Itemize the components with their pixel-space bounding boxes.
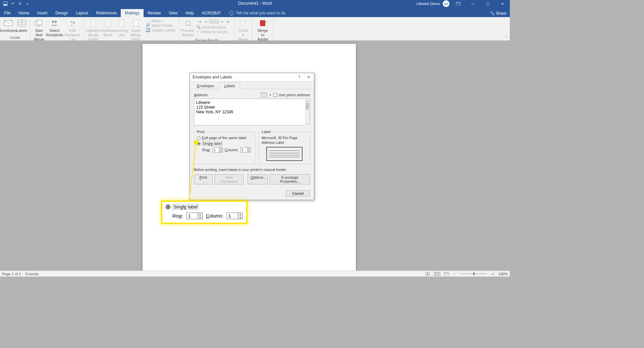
- ribbon: Envelopes Labels Create Start Mail Merge…: [0, 17, 510, 41]
- zoom-in-button[interactable]: +: [490, 272, 495, 276]
- update-labels-button: 🔄Update Labels: [146, 28, 175, 32]
- svg-rect-2: [456, 2, 461, 5]
- svg-rect-26: [428, 272, 430, 276]
- read-mode-button[interactable]: [424, 272, 432, 276]
- radio-icon: [197, 136, 201, 140]
- minimize-button[interactable]: —: [467, 0, 479, 7]
- hl-col-val: 1: [227, 213, 238, 219]
- epostage-button[interactable]: E-postage Properties...: [270, 174, 310, 184]
- row-value[interactable]: 1: [213, 148, 219, 152]
- menu-tabs: File Home Insert Design Layout Reference…: [0, 8, 510, 17]
- select-recipients-button[interactable]: Select Recipients: [47, 18, 63, 38]
- word-count[interactable]: 0 words: [25, 272, 39, 276]
- row-spinner[interactable]: 1 ▲▼: [213, 147, 223, 153]
- svg-rect-20: [133, 20, 139, 26]
- radio-single-label[interactable]: Single label: [197, 141, 252, 146]
- qat-customize-icon[interactable]: ▾: [24, 0, 31, 7]
- address-book-icon[interactable]: [261, 93, 267, 97]
- tab-acrobat[interactable]: ACROBAT: [198, 9, 225, 17]
- ribbon-options-icon[interactable]: [452, 0, 464, 7]
- last-record-button: ▶|: [226, 19, 231, 24]
- svg-rect-1: [4, 4, 7, 5]
- cancel-button[interactable]: Cancel: [286, 190, 310, 196]
- hl-col-spinner: 1 ▲▼: [227, 213, 243, 219]
- svg-rect-23: [240, 21, 245, 26]
- insert-field-icon: [131, 18, 141, 28]
- tell-me-label: Tell me what you want to do: [236, 11, 285, 15]
- label-info: Microsoft, 30 Per Page Address Label: [262, 136, 307, 145]
- scroll-up-icon[interactable]: ▲: [305, 99, 310, 103]
- dlg-tab-labels[interactable]: Labels: [219, 82, 240, 89]
- scroll-down-icon[interactable]: ▼: [305, 122, 310, 126]
- column-label: Column:: [225, 148, 238, 152]
- preview-results-button: Preview Results: [180, 18, 195, 38]
- avatar[interactable]: Lt: [443, 0, 449, 7]
- record-counter: [209, 19, 219, 24]
- rules-button: 📄Rules▾: [146, 18, 175, 23]
- tab-layout[interactable]: Layout: [72, 9, 92, 17]
- tab-home[interactable]: Home: [14, 9, 33, 17]
- document-title: Document1 - Word: [238, 1, 272, 6]
- label-legend: Label: [260, 130, 272, 134]
- hl-col-label: Column:: [206, 213, 223, 219]
- svg-line-6: [492, 13, 493, 14]
- hl-radio-icon: [166, 205, 170, 209]
- page-indicator[interactable]: Page 1 of 1: [2, 272, 21, 276]
- highlight-annotation: Single label Row: 1 ▲▼ Column: 1 ▲▼: [161, 200, 248, 224]
- print-button[interactable]: Print: [194, 174, 213, 184]
- tab-file[interactable]: File: [0, 9, 14, 17]
- scroll-thumb[interactable]: [306, 103, 309, 110]
- zoom-out-button[interactable]: −: [452, 272, 457, 276]
- tab-design[interactable]: Design: [51, 9, 72, 17]
- start-mail-merge-button[interactable]: Start Mail Merge: [32, 18, 47, 43]
- textarea-scrollbar[interactable]: ▲ ▼: [305, 99, 310, 126]
- redo-icon[interactable]: ↻: [17, 0, 23, 7]
- tab-mailings[interactable]: Mailings: [121, 9, 144, 17]
- share-button[interactable]: Share: [490, 11, 506, 16]
- user-name: Lifewire Demo: [417, 2, 440, 6]
- label-preview[interactable]: [266, 147, 303, 161]
- tell-me-search[interactable]: ♀ Tell me what you want to do: [225, 9, 289, 17]
- prev-record-button: ◀: [203, 19, 208, 24]
- tab-review[interactable]: Review: [144, 9, 165, 17]
- svg-rect-25: [425, 272, 427, 276]
- preview-icon: [183, 18, 193, 28]
- zoom-slider[interactable]: [460, 273, 487, 274]
- web-layout-button[interactable]: [442, 272, 450, 276]
- column-value[interactable]: 1: [241, 148, 247, 152]
- tab-view[interactable]: View: [165, 9, 182, 17]
- svg-rect-18: [105, 20, 111, 26]
- close-dialog-button[interactable]: ✕: [306, 74, 311, 80]
- edit-recipient-list-button: Edit Recipient List: [63, 18, 82, 43]
- use-return-address-checkbox[interactable]: Use return address: [273, 93, 310, 97]
- share-icon: [490, 11, 494, 15]
- address-dropdown-icon[interactable]: ▼: [269, 94, 272, 97]
- svg-point-15: [55, 21, 57, 23]
- options-button[interactable]: Options...: [248, 174, 268, 184]
- print-layout-button[interactable]: [433, 272, 441, 276]
- print-legend: Print: [196, 130, 206, 134]
- maximize-button[interactable]: ▢: [482, 0, 494, 7]
- col-down-icon[interactable]: ▼: [247, 150, 250, 152]
- collapse-ribbon-button[interactable]: ⌃: [505, 36, 508, 40]
- hl-row-val: 1: [187, 213, 198, 219]
- tab-help[interactable]: Help: [181, 9, 198, 17]
- dlg-tab-envelopes[interactable]: Envelopes: [192, 82, 219, 89]
- tab-references[interactable]: References: [92, 9, 121, 17]
- radio-single-label-text: Single label: [202, 141, 222, 146]
- save-icon[interactable]: [2, 0, 9, 7]
- radio-full-page[interactable]: Full page of the same label: [197, 136, 252, 140]
- tab-insert[interactable]: Insert: [33, 9, 51, 17]
- row-down-icon[interactable]: ▼: [219, 150, 222, 152]
- column-spinner[interactable]: 1 ▲▼: [240, 147, 251, 153]
- zoom-level[interactable]: 100%: [498, 272, 508, 276]
- row-up-icon[interactable]: ▲: [219, 148, 222, 150]
- share-label: Share: [496, 11, 506, 16]
- address-textarea[interactable]: [194, 99, 310, 125]
- undo-icon[interactable]: ↶: [9, 0, 16, 7]
- envelopes-button[interactable]: Envelopes: [1, 18, 15, 34]
- close-button[interactable]: ✕: [496, 0, 508, 7]
- labels-button[interactable]: Labels: [15, 18, 29, 34]
- help-button[interactable]: ?: [297, 74, 302, 80]
- col-up-icon[interactable]: ▲: [247, 148, 250, 150]
